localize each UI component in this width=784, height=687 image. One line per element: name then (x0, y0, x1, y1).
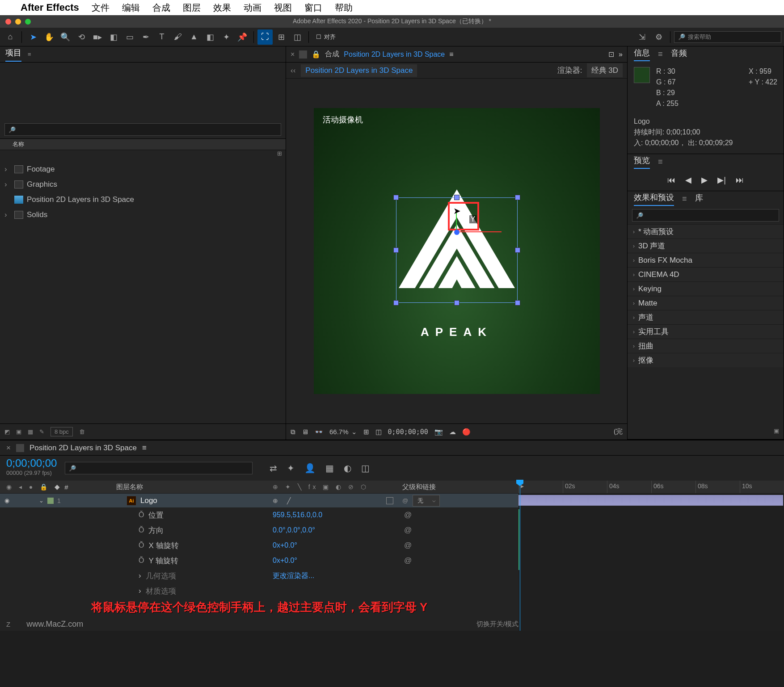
workspace-switch-icon[interactable]: ⇲ (634, 29, 649, 45)
mask-toggle-icon[interactable]: ⧉ (291, 428, 295, 436)
stamp-tool-icon[interactable]: ▲ (186, 29, 202, 45)
library-tab[interactable]: 库 (695, 193, 703, 205)
play-icon[interactable]: ▶ (701, 175, 708, 185)
lock-icon[interactable]: 🔒 (312, 50, 320, 59)
snapping-group[interactable]: ☐ 对齐 (312, 33, 339, 41)
project-item-solids[interactable]: ›Solids (0, 207, 286, 222)
project-search[interactable]: 🔎 (4, 123, 281, 136)
project-item-footage[interactable]: ›Footage (0, 162, 286, 177)
new-comp-icon[interactable]: ▦ (28, 428, 33, 435)
shy-icon[interactable]: 👤 (304, 463, 316, 473)
project-tree-icon[interactable]: ⊞ (277, 150, 282, 157)
chevron-right-icon[interactable]: › (4, 210, 11, 219)
next-frame-icon[interactable]: ▶| (717, 175, 726, 185)
current-time[interactable]: 0;00;00;00 00000 (29.97 fps) (6, 458, 57, 478)
snapshot-icon[interactable]: 📷 (434, 428, 443, 436)
col-label-icon[interactable]: ◆ (55, 483, 60, 491)
twirl-right-icon[interactable]: › (139, 571, 141, 580)
prop-row-material[interactable]: ›材质选项 (0, 583, 518, 599)
menu-window[interactable]: 窗口 (304, 2, 322, 14)
roto-tool-icon[interactable]: ✦ (219, 29, 234, 45)
draft3d-icon[interactable]: ✦ (287, 463, 295, 473)
prop-row-xrot[interactable]: ŎX 轴旋转0x+0.0°@ (0, 538, 518, 553)
twirl-down-icon[interactable]: ⌄ (39, 497, 44, 504)
prop-row-orientation[interactable]: Ŏ方向0.0°,0.0°,0.0°@ (0, 523, 518, 538)
3d-layer-icon[interactable] (386, 497, 393, 504)
resolution-icon[interactable]: ⊞ (363, 428, 369, 436)
last-frame-icon[interactable]: ⏭ (736, 176, 744, 185)
mac-menubar[interactable]: After Effects 文件 编辑 合成 图层 效果 动画 视图 窗口 帮助 (0, 0, 784, 15)
preset-row[interactable]: ›声道 (628, 310, 784, 324)
effects-footer-icon[interactable]: ▣ (628, 427, 784, 439)
chevron-right-icon[interactable]: › (633, 300, 635, 306)
timeline-layer-row[interactable]: ◉ ⌄ 1 Ai Logo ⊕ ╱ @无 (0, 493, 518, 507)
graph-editor-icon[interactable]: ◫ (361, 463, 370, 473)
playhead[interactable] (520, 481, 520, 631)
toggle-switches-label[interactable]: 切换开关/模式 (476, 620, 518, 628)
project-item-graphics[interactable]: ›Graphics (0, 177, 286, 192)
handle-tr[interactable] (515, 195, 520, 200)
layer-name[interactable]: Logo (140, 496, 157, 505)
renderer-value[interactable]: 经典 3D (587, 63, 623, 77)
parent-dropdown[interactable]: 无 (413, 495, 440, 507)
pan-behind-tool-icon[interactable]: ◧ (106, 29, 121, 45)
zoom-value[interactable]: 66.7% (329, 428, 349, 436)
snap-checkbox-icon[interactable]: ☐ (316, 34, 321, 40)
type-tool-icon[interactable]: T (154, 29, 169, 45)
axis-world-icon[interactable]: ⊞ (274, 29, 289, 45)
prop-value[interactable]: 0.0°,0.0°,0.0° (268, 526, 393, 534)
col-parent[interactable]: 父级和链接 (393, 483, 518, 491)
app-name[interactable]: After Effects (21, 2, 79, 13)
handle-tc[interactable] (454, 195, 459, 200)
pickwhip-icon[interactable]: @ (404, 541, 412, 549)
puppet-tool-icon[interactable]: 📌 (235, 29, 250, 45)
color-mgmt-icon[interactable]: 🔴 (462, 428, 471, 436)
prop-value[interactable]: 0x+0.0° (268, 557, 393, 565)
layer-switches[interactable]: ⊕ ╱ (273, 497, 294, 504)
twirl-right-icon[interactable]: › (139, 586, 141, 595)
orbit-tool-icon[interactable]: ⟲ (74, 29, 89, 45)
menu-view[interactable]: 视图 (274, 2, 292, 14)
handle-mr[interactable] (515, 247, 520, 253)
prop-value[interactable]: 0x+0.0° (268, 541, 393, 549)
chevron-right-icon[interactable]: › (633, 229, 635, 235)
effects-search[interactable]: 🔎 (632, 209, 779, 222)
handle-ml[interactable] (393, 247, 399, 253)
chevron-right-icon[interactable]: › (4, 180, 11, 189)
flowchart-icon[interactable]: ⊡ (608, 50, 614, 59)
panel-menu-icon[interactable]: ≡ (142, 444, 147, 452)
prefs-icon[interactable]: ⚙ (651, 29, 666, 45)
panel-opts-icon[interactable]: » (619, 50, 623, 59)
panel-menu-icon[interactable]: ≡ (682, 194, 687, 204)
prop-row-yrot[interactable]: ŎY 轴旋转0x+0.0°@ (0, 553, 518, 568)
chevron-right-icon[interactable]: › (633, 257, 635, 264)
flow-prev-icon[interactable]: ‹‹ (291, 66, 295, 75)
first-frame-icon[interactable]: ⏮ (667, 176, 675, 185)
pickwhip-icon[interactable]: @ (404, 556, 412, 565)
preset-row[interactable]: ›3D 声道 (628, 239, 784, 253)
chevron-right-icon[interactable]: › (633, 343, 635, 349)
mask-icon[interactable]: 👓 (315, 428, 323, 436)
selection-tool-icon[interactable]: ➤ (25, 29, 41, 45)
preset-row[interactable]: ›CINEMA 4D (628, 267, 784, 281)
panel-menu-icon[interactable]: ≡ (658, 157, 663, 167)
preset-row[interactable]: ›扭曲 (628, 339, 784, 353)
timeline-tab[interactable]: Position 2D Layers in 3D Space (30, 444, 137, 452)
prop-row-geom[interactable]: ›几何选项更改渲染器... (0, 568, 518, 583)
audio-tab[interactable]: 音频 (671, 48, 687, 61)
comp-canvas[interactable]: 活动摄像机 APEAK (314, 108, 600, 394)
pickwhip-icon[interactable]: @ (402, 497, 408, 504)
prop-row-position[interactable]: Ŏ位置959.5,516.0,0.0@ (0, 507, 518, 523)
pickwhip-icon[interactable]: @ (404, 526, 412, 534)
menu-edit[interactable]: 编辑 (122, 2, 140, 14)
preset-row[interactable]: ›Keying (628, 281, 784, 296)
chevron-right-icon[interactable]: › (633, 243, 635, 249)
info-tab[interactable]: 信息 (634, 47, 650, 61)
region-icon[interactable]: ◫ (375, 428, 382, 436)
z-axis-handle[interactable] (454, 230, 459, 235)
hand-tool-icon[interactable]: ✋ (42, 29, 57, 45)
axis-local-icon[interactable]: ⛶ (257, 29, 273, 45)
menu-file[interactable]: 文件 (92, 2, 110, 14)
resolution-label[interactable]: (完 (614, 427, 623, 436)
x-axis-arrow[interactable] (457, 231, 502, 232)
